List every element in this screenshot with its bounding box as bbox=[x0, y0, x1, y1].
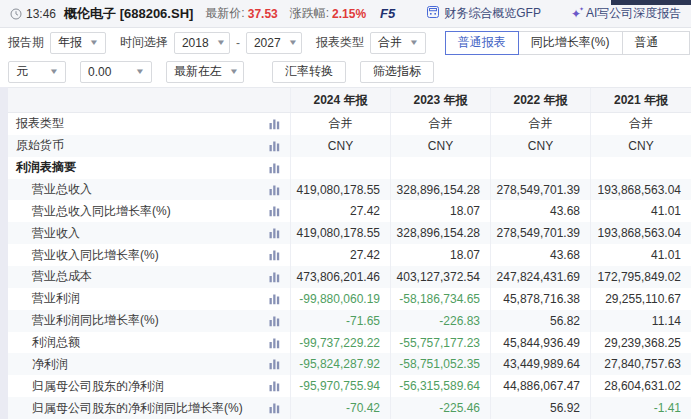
unit-select[interactable]: 元▼ bbox=[8, 61, 66, 83]
cell-2024: 27.42 bbox=[290, 200, 390, 222]
row-label: 归属母公司股东的净利润 bbox=[32, 378, 164, 395]
bar-chart-icon[interactable] bbox=[269, 250, 280, 261]
bar-chart-icon[interactable] bbox=[269, 184, 280, 195]
cell-2021: 193,868,563.04 bbox=[590, 179, 691, 201]
bar-chart-icon[interactable] bbox=[269, 140, 280, 151]
cell-2024: 419,080,178.55 bbox=[290, 179, 390, 201]
cell-2022: 56.92 bbox=[490, 397, 590, 419]
sparkle-icon: ✦✦ bbox=[571, 7, 581, 21]
cell-2022: 43.68 bbox=[490, 200, 590, 222]
cell-2023: -225.46 bbox=[390, 397, 490, 419]
view-yoy-growth-button[interactable]: 同比增长率(%) bbox=[518, 31, 623, 55]
financial-overview-link[interactable]: 财务综合概览GFP bbox=[427, 5, 541, 22]
report-period-label: 报告期 bbox=[8, 34, 44, 51]
table-row: 营业总收入 419,080,178.55 328,896,154.28 278,… bbox=[8, 179, 691, 201]
last-price-label: 最新价: bbox=[205, 5, 244, 22]
cell-2023: CNY bbox=[390, 135, 490, 157]
cell-2024: -70.42 bbox=[290, 397, 390, 419]
cell-2022: 45,844,936.49 bbox=[490, 332, 590, 354]
row-label: 营业总收入 bbox=[32, 181, 92, 198]
cell-2022: 278,549,701.39 bbox=[490, 222, 590, 244]
cell-2024: -71.65 bbox=[290, 310, 390, 332]
table-row: 营业收入 419,080,178.55 328,896,154.28 278,5… bbox=[8, 222, 691, 244]
row-label: 营业收入 bbox=[32, 225, 80, 242]
cell-2021: 28,604,631.02 bbox=[590, 375, 691, 397]
filter-indicators-button[interactable]: 筛选指标 bbox=[360, 61, 434, 83]
bar-chart-icon[interactable] bbox=[269, 206, 280, 217]
filter-row-primary: 报告期 年报▼ 时间选择 2018▼ - 2027▼ 报表类型 合并▼ 普通报表… bbox=[0, 28, 691, 57]
bar-chart-icon[interactable] bbox=[269, 381, 280, 392]
chevron-down-icon: ▼ bbox=[287, 38, 297, 47]
row-label: 归属母公司股东的净利润同比增长率(%) bbox=[32, 400, 243, 417]
cell-2024: 419,080,178.55 bbox=[290, 222, 390, 244]
bar-chart-icon[interactable] bbox=[269, 403, 280, 414]
cell-2021: 172,795,849.02 bbox=[590, 266, 691, 288]
column-header-2021[interactable]: 2021 年报 bbox=[590, 88, 691, 112]
change-value: 2.15% bbox=[332, 7, 366, 21]
range-separator: - bbox=[236, 36, 240, 50]
table-row: 营业利润同比增长率(%) -71.65 -226.83 56.82 11.14 bbox=[8, 310, 691, 332]
cell-2021: 27,840,757.63 bbox=[590, 353, 691, 375]
year-to-select[interactable]: 2027▼ bbox=[246, 32, 302, 54]
cell-2024: 27.42 bbox=[290, 244, 390, 266]
cell-2023: -58,186,734.65 bbox=[390, 288, 490, 310]
cell-2022: CNY bbox=[490, 135, 590, 157]
decimal-select[interactable]: 0.00▼ bbox=[80, 61, 152, 83]
bar-chart-icon[interactable] bbox=[269, 271, 280, 282]
financial-table: 2024 年报 2023 年报 2022 年报 2021 年报 报表类型 合并 … bbox=[8, 87, 691, 419]
view-normal-report-button[interactable]: 普通报表 bbox=[445, 31, 519, 55]
cell-2024: -99,880,060.19 bbox=[290, 288, 390, 310]
report-period-select[interactable]: 年报▼ bbox=[50, 32, 106, 54]
table-row: 净利润 -95,824,287.92 -58,751,052.35 43,449… bbox=[8, 353, 691, 375]
cell-2021: 41.01 bbox=[590, 200, 691, 222]
table-row: 利润总额 -99,737,229.22 -55,757,177.23 45,84… bbox=[8, 332, 691, 354]
table-row: 原始货币 CNY CNY CNY CNY bbox=[8, 135, 691, 157]
clock-icon bbox=[10, 8, 22, 20]
header-label-spacer bbox=[8, 88, 290, 112]
cell-2021 bbox=[590, 157, 691, 179]
chevron-down-icon: ▼ bbox=[89, 38, 99, 47]
row-label: 利润表摘要 bbox=[16, 159, 76, 176]
bar-chart-icon[interactable] bbox=[269, 162, 280, 173]
table-row: 营业利润 -99,880,060.19 -58,186,734.65 45,87… bbox=[8, 288, 691, 310]
column-header-2024[interactable]: 2024 年报 bbox=[290, 88, 390, 112]
report-type-select[interactable]: 合并▼ bbox=[370, 32, 426, 54]
cell-2024: -99,737,229.22 bbox=[290, 332, 390, 354]
bar-chart-icon[interactable] bbox=[269, 228, 280, 239]
column-header-2022[interactable]: 2022 年报 bbox=[490, 88, 590, 112]
financial-overview-label: 财务综合概览GFP bbox=[444, 5, 541, 22]
view-extra-button[interactable]: 普通 bbox=[622, 31, 690, 55]
table-row: 归属母公司股东的净利润 -95,970,755.94 -56,315,589.6… bbox=[8, 375, 691, 397]
cell-2022: 278,549,701.39 bbox=[490, 179, 590, 201]
cell-2022: 56.82 bbox=[490, 310, 590, 332]
ai-report-link[interactable]: ✦✦ AI写公司深度报告 bbox=[571, 5, 681, 22]
cell-2022: 43.68 bbox=[490, 244, 590, 266]
left-gutter bbox=[0, 87, 8, 419]
time-range-label: 时间选择 bbox=[120, 34, 168, 51]
cell-2024 bbox=[290, 157, 390, 179]
bar-chart-icon[interactable] bbox=[269, 337, 280, 348]
background-window-edge bbox=[611, 0, 691, 5]
bar-chart-icon[interactable] bbox=[269, 293, 280, 304]
bar-chart-icon[interactable] bbox=[269, 315, 280, 326]
row-label: 净利润 bbox=[32, 356, 68, 373]
bar-chart-icon[interactable] bbox=[269, 359, 280, 370]
row-label: 营业总收入同比增长率(%) bbox=[32, 203, 171, 220]
column-header-2023[interactable]: 2023 年报 bbox=[390, 88, 490, 112]
cell-2023: 328,896,154.28 bbox=[390, 222, 490, 244]
cell-2023: -55,757,177.23 bbox=[390, 332, 490, 354]
table-row: 归属母公司股东的净利润同比增长率(%) -70.42 -225.46 56.92… bbox=[8, 397, 691, 419]
bar-chart-icon[interactable] bbox=[269, 118, 280, 129]
column-order-select[interactable]: 最新在左▼ bbox=[166, 61, 244, 83]
cell-2024: 合并 bbox=[290, 113, 390, 135]
cell-2023: 403,127,372.54 bbox=[390, 266, 490, 288]
cell-2023: -56,315,589.64 bbox=[390, 375, 490, 397]
cell-2023 bbox=[390, 157, 490, 179]
table-row: 营业收入同比增长率(%) 27.42 18.07 43.68 41.01 bbox=[8, 244, 691, 266]
row-label: 营业收入同比增长率(%) bbox=[32, 247, 159, 264]
fx-convert-button[interactable]: 汇率转换 bbox=[272, 61, 346, 83]
cell-2021: 29,255,110.67 bbox=[590, 288, 691, 310]
table-body: 报表类型 合并 合并 合并 合并 原始货币 CNY CNY CNY CNY 利润… bbox=[8, 113, 691, 419]
cell-2024: 473,806,201.46 bbox=[290, 266, 390, 288]
year-from-select[interactable]: 2018▼ bbox=[174, 32, 230, 54]
